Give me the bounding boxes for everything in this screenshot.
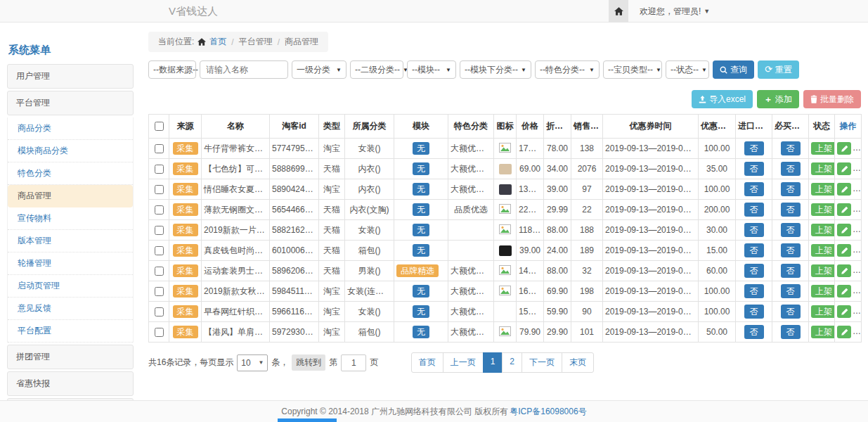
breadcrumb-home-link[interactable]: 首页 xyxy=(209,36,226,48)
sidebar-item-group-buy-mgmt[interactable]: 拼团管理 xyxy=(7,345,134,369)
edit-button[interactable] xyxy=(837,244,851,257)
import-select-toggle[interactable]: 否 xyxy=(744,284,764,298)
sidebar-item-feature-category[interactable]: 特色分类 xyxy=(8,162,133,185)
must-buy-toggle[interactable]: 否 xyxy=(781,141,801,155)
edit-button[interactable] xyxy=(837,183,851,196)
edit-button[interactable] xyxy=(837,203,851,216)
import-select-toggle[interactable]: 否 xyxy=(744,162,764,176)
edit-button[interactable] xyxy=(837,264,851,277)
filter-select-module[interactable]: --模块--▼ xyxy=(407,60,456,79)
row-checkbox[interactable] xyxy=(155,185,164,194)
import-select-toggle[interactable]: 否 xyxy=(744,223,764,237)
pager-button-末页[interactable]: 末页 xyxy=(562,352,594,373)
user-menu-caret[interactable]: ▼ xyxy=(704,8,710,15)
status-badge[interactable]: 上架 xyxy=(811,264,835,277)
must-buy-toggle[interactable]: 否 xyxy=(781,203,801,217)
filter-select-feature-category[interactable]: --特色分类--▼ xyxy=(535,60,600,79)
row-checkbox[interactable] xyxy=(155,328,164,337)
category-cell: 女装() xyxy=(345,302,394,322)
pager-button-上一页[interactable]: 上一页 xyxy=(443,352,484,373)
import-select-toggle[interactable]: 否 xyxy=(744,141,764,155)
select-all-checkbox[interactable] xyxy=(155,122,164,131)
must-buy-toggle[interactable]: 否 xyxy=(781,162,801,176)
search-button[interactable]: 查询 xyxy=(713,60,754,79)
import-excel-button[interactable]: 导入excel xyxy=(692,90,753,108)
status-badge[interactable]: 上架 xyxy=(811,203,835,216)
status-badge[interactable]: 上架 xyxy=(811,183,835,196)
sidebar-item-module-goods-category[interactable]: 模块商品分类 xyxy=(8,140,133,162)
must-buy-toggle[interactable]: 否 xyxy=(781,305,801,319)
pager-button-2[interactable]: 2 xyxy=(502,352,522,373)
sidebar-item-carousel-mgmt[interactable]: 轮播管理 xyxy=(8,252,133,275)
jump-page-input[interactable] xyxy=(341,354,366,371)
must-buy-toggle[interactable]: 否 xyxy=(781,223,801,237)
pager-button-下一页[interactable]: 下一页 xyxy=(522,352,562,373)
filter-select-item-type[interactable]: --宝贝类型--▼ xyxy=(603,60,662,79)
row-checkbox[interactable] xyxy=(155,307,164,316)
edit-button[interactable] xyxy=(837,305,851,318)
import-select-toggle[interactable]: 否 xyxy=(744,203,764,217)
import-select-toggle[interactable]: 否 xyxy=(744,182,764,196)
row-checkbox[interactable] xyxy=(155,246,164,255)
filter-select-level2-category[interactable]: --二级分类--▼ xyxy=(350,60,403,79)
discount-price-cell: 59.90 xyxy=(544,302,571,322)
taoke-id-cell: 588869917501 xyxy=(270,159,319,179)
status-badge[interactable]: 上架 xyxy=(811,142,835,155)
must-buy-toggle[interactable]: 否 xyxy=(781,182,801,196)
row-checkbox[interactable] xyxy=(155,165,164,174)
filter-select-module-sub-category[interactable]: --模块下分类--▼ xyxy=(460,60,531,79)
row-checkbox[interactable] xyxy=(155,205,164,215)
row-checkbox[interactable] xyxy=(155,287,164,296)
pager: 首页上一页12下一页末页 xyxy=(411,352,594,373)
sidebar-item-user-mgmt[interactable]: 用户管理 xyxy=(7,64,134,89)
import-select-toggle[interactable]: 否 xyxy=(744,305,764,319)
row-checkbox[interactable] xyxy=(155,226,164,235)
filter-input-name[interactable] xyxy=(200,60,288,79)
breadcrumb-item-platform[interactable]: 平台管理 xyxy=(239,36,273,48)
table-row: 采集早春网红针织外套女春...596611634525淘宝女装()无大额优惠券1… xyxy=(149,302,862,322)
sidebar-item-platform-config[interactable]: 平台配置 xyxy=(8,320,133,343)
import-select-toggle[interactable]: 否 xyxy=(744,264,764,278)
status-badge[interactable]: 上架 xyxy=(811,285,835,298)
must-buy-toggle[interactable]: 否 xyxy=(781,284,801,298)
status-badge[interactable]: 上架 xyxy=(811,224,835,236)
must-buy-toggle[interactable]: 否 xyxy=(781,325,801,339)
import-select-toggle[interactable]: 否 xyxy=(744,325,764,339)
status-badge[interactable]: 上架 xyxy=(811,162,835,175)
module-cell: 品牌精选爱上运动 xyxy=(394,261,448,281)
sidebar-item-saving-news[interactable]: 省惠快报 xyxy=(7,371,134,396)
sidebar-item-goods-mgmt[interactable]: 商品管理 xyxy=(8,185,133,207)
sidebar-item-promo-material[interactable]: 宣传物料 xyxy=(8,207,133,230)
status-badge[interactable]: 上架 xyxy=(811,305,835,318)
jump-button[interactable]: 跳转到 xyxy=(292,354,325,371)
row-checkbox[interactable] xyxy=(155,144,164,153)
icp-link[interactable]: 粤ICP备16098006号 xyxy=(510,406,586,418)
must-buy-toggle[interactable]: 否 xyxy=(781,243,801,257)
filter-select-level1-category[interactable]: 一级分类▼ xyxy=(292,60,346,79)
edit-button[interactable] xyxy=(837,142,851,155)
sidebar-item-platform-mgmt[interactable]: 平台管理 xyxy=(7,91,134,115)
status-badge[interactable]: 上架 xyxy=(811,326,835,338)
edit-button[interactable] xyxy=(837,224,851,236)
add-button[interactable]: ＋ 添加 xyxy=(757,90,799,108)
pager-button-1[interactable]: 1 xyxy=(483,352,503,373)
row-checkbox[interactable] xyxy=(155,267,164,276)
sidebar-item-feedback[interactable]: 意见反馈 xyxy=(8,298,133,320)
home-button[interactable] xyxy=(609,0,628,23)
sidebar-item-splash-mgmt[interactable]: 启动页管理 xyxy=(8,275,133,298)
filter-select-data-source[interactable]: --数据来源--▼ xyxy=(148,60,196,79)
must-buy-toggle[interactable]: 否 xyxy=(781,264,801,278)
reset-button[interactable]: ⟳ 重置 xyxy=(758,60,799,79)
batch-delete-button[interactable]: 批量删除 xyxy=(803,90,861,108)
pager-button-首页[interactable]: 首页 xyxy=(411,352,443,373)
operations-cell xyxy=(835,159,862,179)
edit-button[interactable] xyxy=(837,326,851,338)
per-page-select[interactable]: 10 ▼ xyxy=(237,354,268,371)
import-select-toggle[interactable]: 否 xyxy=(744,243,764,257)
edit-button[interactable] xyxy=(837,162,851,175)
sidebar-item-goods-category[interactable]: 商品分类 xyxy=(8,117,133,140)
status-badge[interactable]: 上架 xyxy=(811,244,835,257)
filter-select-status[interactable]: --状态--▼ xyxy=(666,60,709,79)
edit-button[interactable] xyxy=(837,285,851,298)
sidebar-item-version-mgmt[interactable]: 版本管理 xyxy=(8,230,133,252)
